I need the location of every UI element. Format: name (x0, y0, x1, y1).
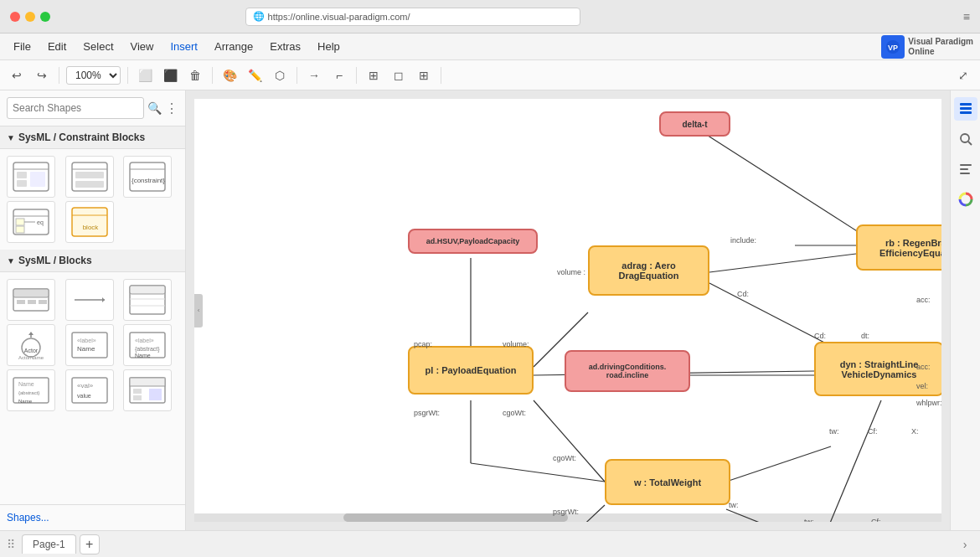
label-cd2: Cd: (814, 332, 826, 340)
line-color-button[interactable]: ✏️ (245, 65, 265, 85)
undo-button[interactable]: ↩ (7, 65, 27, 85)
canvas-collapse-handle[interactable]: ‹ (194, 294, 203, 327)
svg-line-59 (709, 254, 856, 272)
svg-rect-56 (133, 395, 142, 400)
add-page-button[interactable]: + (80, 534, 100, 554)
layers-button[interactable] (954, 97, 977, 121)
label-psgrwt1: psgrWt: (414, 409, 440, 417)
shape-item-block-1[interactable] (7, 279, 55, 321)
status-bar: ⠿ Page-1 + › (0, 530, 980, 557)
svg-rect-27 (39, 300, 47, 304)
fill-button[interactable]: 🎨 (219, 65, 240, 85)
maximize-button[interactable] (40, 12, 50, 22)
menu-view[interactable]: View (124, 37, 161, 56)
svg-rect-85 (960, 173, 970, 174)
menu-select[interactable]: Select (76, 37, 120, 56)
shape-item-constraint-5[interactable]: block (65, 201, 114, 243)
section-constraint-blocks[interactable]: ▼ SysML / Constraint Blocks (0, 126, 185, 149)
minimize-button[interactable] (25, 12, 35, 22)
arrow-button[interactable]: → (304, 65, 324, 85)
label-cf2: Cf: (871, 518, 881, 522)
url-bar[interactable]: 🌐 https://online.visual-paradigm.com/ (245, 8, 580, 26)
shapes-footer[interactable]: Shapes... (0, 504, 185, 530)
hamburger-menu[interactable]: ≡ (963, 10, 970, 23)
svg-rect-24 (13, 289, 49, 297)
shapes-footer-label[interactable]: Shapes... (7, 512, 49, 523)
label-vol2: volume: (503, 340, 529, 348)
svg-point-81 (961, 134, 969, 142)
menu-help[interactable]: Help (311, 37, 347, 56)
search-area: 🔍 ⋮ (0, 90, 185, 126)
shape-item-constraint-2[interactable] (65, 156, 114, 198)
node-pl[interactable]: pl : PayloadEquation (408, 346, 534, 395)
url-text: https://online.visual-paradigm.com/ (268, 12, 410, 22)
node-ad-payload[interactable]: ad.HSUV,PayloadCapacity (408, 229, 538, 254)
menu-extras[interactable]: Extras (263, 37, 307, 56)
menu-edit[interactable]: Edit (41, 37, 73, 56)
label-psgrwt2: psgrWt: (553, 508, 579, 516)
label-dt: dt: (861, 332, 869, 340)
format-button[interactable] (954, 157, 977, 181)
svg-rect-84 (960, 168, 968, 170)
title-bar: 🌐 https://online.visual-paradigm.com/ ≡ (0, 0, 980, 34)
node-rb[interactable]: rb : RegenBrakeEfficiencyEquation (856, 224, 941, 271)
right-panel (950, 90, 980, 530)
shape-item-constraint-1[interactable] (7, 156, 55, 198)
label-cd1: Cd: (737, 290, 749, 298)
search-input[interactable] (7, 97, 144, 119)
svg-text:«val»: «val» (77, 382, 94, 389)
svg-text:Name: Name (77, 345, 95, 353)
diagram-canvas[interactable]: include: delta-t ad.HSUV,PayloadCapacity (194, 99, 941, 522)
label-tw2: tw: (729, 501, 739, 509)
page-tab[interactable]: Page-1 (22, 534, 76, 554)
canvas-area[interactable]: include: delta-t ad.HSUV,PayloadCapacity (186, 90, 950, 530)
menu-file[interactable]: File (7, 37, 38, 56)
shape-item-block-2[interactable] (65, 279, 114, 321)
shape-button[interactable]: ⬡ (270, 65, 290, 85)
close-button[interactable] (10, 12, 20, 22)
copy-page-button[interactable]: ⬜ (135, 65, 155, 85)
cut-page-button[interactable]: ⬛ (160, 65, 180, 85)
shape-item-constraint-4[interactable]: eq (7, 201, 55, 243)
svg-text:include:: include: (730, 236, 756, 245)
drag-handle: ⠿ (7, 538, 15, 551)
zoom-selector[interactable]: 100% (66, 66, 121, 85)
separator (59, 67, 59, 84)
shape-item-block-4[interactable]: ActorActorName (7, 324, 55, 366)
more-button[interactable]: ⊞ (364, 65, 384, 85)
node-delta-t[interactable]: delta-t (659, 111, 730, 137)
collapse-panel-button[interactable]: › (957, 536, 973, 553)
main-layout: 🔍 ⋮ ▼ SysML / Constraint Blocks {constra… (0, 90, 980, 530)
shape-item-block-9[interactable] (123, 369, 172, 411)
svg-rect-54 (130, 378, 165, 386)
node-adrag[interactable]: adrag : AeroDragEquation (588, 245, 709, 296)
section-blocks[interactable]: ▼ SysML / Blocks (0, 250, 185, 272)
svg-rect-4 (17, 172, 27, 178)
shape-item-block-7[interactable]: Name{abstract}Name (7, 369, 55, 411)
shape-item-block-3[interactable] (123, 279, 172, 321)
svg-rect-79 (960, 107, 972, 110)
connection-button[interactable]: ⌐ (329, 65, 349, 85)
section-label-blocks: SysML / Blocks (18, 255, 92, 266)
grid-button[interactable]: ⊞ (414, 65, 434, 85)
delete-button[interactable]: 🗑 (185, 65, 205, 85)
fullscreen-button[interactable]: ⤢ (953, 65, 973, 85)
label-cgowt1: cgoWt: (503, 409, 526, 417)
shape-item-block-6[interactable]: «label»{abstract}Name (123, 324, 172, 366)
node-w[interactable]: w : TotalWeight (605, 459, 730, 505)
more-options-icon[interactable]: ⋮ (165, 101, 178, 116)
logo-icon: VP (881, 35, 905, 59)
node-ad-driving[interactable]: ad.drivingConditions.road.incline (565, 350, 690, 392)
menu-arrange[interactable]: Arrange (208, 37, 260, 56)
search-icon[interactable]: 🔍 (147, 101, 162, 115)
menu-insert[interactable]: Insert (163, 37, 204, 56)
shape-item-block-8[interactable]: «val»value (65, 369, 114, 411)
shape-item-block-5[interactable]: «label»Name (65, 324, 114, 366)
svg-line-60 (709, 283, 831, 346)
logo-text: Visual ParadigmOnline (908, 37, 973, 57)
color-palette-button[interactable] (954, 188, 977, 211)
shape2-button[interactable]: ◻ (389, 65, 409, 85)
search-panel-button[interactable] (954, 127, 977, 151)
redo-button[interactable]: ↪ (32, 65, 52, 85)
shape-item-constraint-3[interactable]: {constraint} (123, 156, 172, 198)
